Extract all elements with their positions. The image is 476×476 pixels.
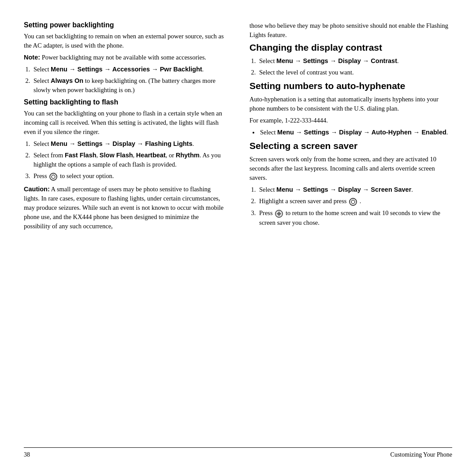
footer-right-text: Customizing Your Phone — [390, 451, 452, 458]
step-2-flash: Select from Fast Flash, Slow Flash, Hear… — [32, 151, 227, 169]
note-label: Note: — [24, 54, 40, 61]
section-screen-saver: Selecting a screen saver Screen savers w… — [249, 141, 452, 227]
section-power-backlighting: Setting power backlighting You can set b… — [24, 21, 227, 95]
para-hyphenate-1: Auto-hyphenation is a setting that autom… — [249, 95, 452, 113]
svg-point-1 — [52, 175, 55, 178]
bullet-1-hyphenate: Select Menu → Settings → Display → Auto-… — [259, 128, 452, 137]
steps-power-backlighting: Select Menu → Settings → Accessories → P… — [32, 65, 227, 95]
step-2-flash-bold4: Rhythm — [176, 152, 200, 159]
right-column: those who believe they may be photo sens… — [245, 21, 452, 444]
section-title-screensaver: Selecting a screen saver — [249, 141, 452, 151]
para-hyphenate-2: For example, 1-222-333-4444. — [249, 116, 452, 125]
bullet-1-hyphenate-bold: Menu → Settings → Display → Auto-Hyphen … — [277, 129, 446, 136]
footer: 38 Customizing Your Phone — [24, 447, 452, 458]
svg-point-9 — [278, 212, 280, 215]
steps-contrast: Select Menu → Settings → Display → Contr… — [257, 56, 452, 77]
step-3-flash: Press to select your option. — [32, 171, 227, 181]
left-column: Setting power backlighting You can set b… — [24, 21, 231, 444]
section-title-power-backlighting: Setting power backlighting — [24, 21, 227, 29]
svg-point-0 — [50, 173, 57, 180]
caution-label: Caution: — [24, 186, 50, 193]
step-1-screensaver: Select Menu → Settings → Display → Scree… — [257, 185, 452, 194]
step-1-power: Select Menu → Settings → Accessories → P… — [32, 65, 227, 74]
bullets-hyphenate: Select Menu → Settings → Display → Auto-… — [259, 128, 452, 137]
caution-text: Caution: A small percentage of users may… — [24, 185, 227, 231]
step-2-power-bold: Always On — [51, 77, 83, 84]
section-backlighting-flash: Setting backlighting to flash You can se… — [24, 98, 227, 231]
section-title-contrast: Changing the display contrast — [249, 42, 452, 53]
select-icon — [49, 172, 58, 181]
content-columns: Setting power backlighting You can set b… — [24, 21, 452, 444]
steps-flash: Select Menu → Settings → Display → Flash… — [32, 139, 227, 181]
steps-screensaver: Select Menu → Settings → Display → Scree… — [257, 185, 452, 227]
step-1-flash-bold: Menu → Settings → Display → Flashing Lig… — [51, 140, 192, 147]
para-note: Note: Power backlighting may not be avai… — [24, 53, 227, 62]
step-1-flash: Select Menu → Settings → Display → Flash… — [32, 139, 227, 149]
section-title-hyphenate: Setting numbers to auto-hyphenate — [249, 81, 452, 91]
para-flash-1: You can set the backlighting on your pho… — [24, 109, 227, 137]
svg-point-3 — [351, 200, 355, 204]
step-2-power: Select Always On to keep backlighting on… — [32, 76, 227, 95]
step-1-contrast-bold: Menu → Settings → Display → Contrast — [276, 57, 397, 64]
step-2-contrast: Select the level of contrast you want. — [257, 68, 452, 77]
para-intro-right: those who believe they may be photo sens… — [249, 21, 452, 40]
section-title-flash: Setting backlighting to flash — [24, 98, 227, 106]
section-display-contrast: Changing the display contrast Select Men… — [249, 42, 452, 77]
step-2-screensaver: Highlight a screen saver and press . — [257, 197, 452, 206]
section-auto-hyphenate: Setting numbers to auto-hyphenate Auto-h… — [249, 81, 452, 137]
nav-icon — [275, 209, 283, 218]
select-icon-2 — [349, 197, 357, 206]
note-text: Power backlighting may not be available … — [42, 54, 206, 61]
step-3-screensaver: Press to return to the home screen and w… — [257, 208, 452, 227]
step-1-contrast: Select Menu → Settings → Display → Contr… — [257, 56, 452, 66]
step-2-flash-bold2: Slow Flash — [100, 152, 133, 159]
para-power-backlighting-1: You can set backlighting to remain on wh… — [24, 32, 227, 50]
step-2-flash-bold1: Fast Flash — [65, 152, 97, 159]
page: Setting power backlighting You can set b… — [0, 0, 476, 476]
step-1-screensaver-bold: Menu → Settings → Display → Screen Saver — [276, 186, 411, 193]
para-screensaver-1: Screen savers work only from the home sc… — [249, 155, 452, 182]
footer-page-number: 38 — [24, 451, 30, 458]
svg-point-2 — [350, 198, 357, 205]
step-1-power-bold: Menu → Settings → Accessories → Pwr Back… — [51, 66, 202, 73]
step-2-flash-bold3: Heartbeat — [136, 152, 166, 159]
